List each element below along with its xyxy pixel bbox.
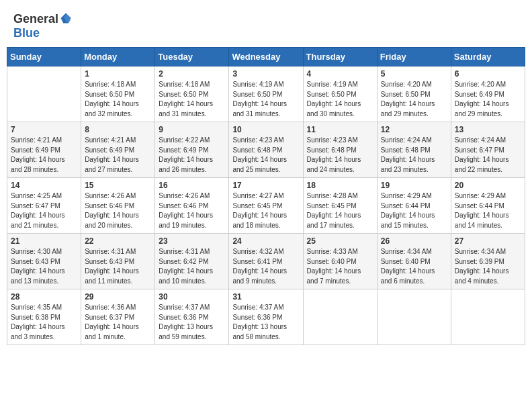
day-number: 16 <box>159 181 225 190</box>
day-number: 3 <box>232 69 299 79</box>
calendar-cell: 10Sunrise: 4:23 AM Sunset: 6:48 PM Dayli… <box>229 122 303 178</box>
calendar-cell: 8Sunrise: 4:21 AM Sunset: 6:49 PM Daylig… <box>81 122 155 178</box>
day-number: 19 <box>381 181 447 190</box>
calendar-cell: 29Sunrise: 4:36 AM Sunset: 6:37 PM Dayli… <box>81 289 155 345</box>
cell-content: Sunrise: 4:34 AM Sunset: 6:40 PM Dayligh… <box>381 247 447 286</box>
day-number: 4 <box>307 69 373 79</box>
cell-content: Sunrise: 4:28 AM Sunset: 6:45 PM Dayligh… <box>307 191 373 230</box>
cell-content: Sunrise: 4:37 AM Sunset: 6:36 PM Dayligh… <box>232 303 299 342</box>
day-number: 26 <box>381 236 447 246</box>
day-number: 2 <box>159 69 225 79</box>
calendar-cell: 1Sunrise: 4:18 AM Sunset: 6:50 PM Daylig… <box>81 66 155 122</box>
calendar-cell: 30Sunrise: 4:37 AM Sunset: 6:36 PM Dayli… <box>155 289 229 345</box>
calendar-cell: 31Sunrise: 4:37 AM Sunset: 6:36 PM Dayli… <box>229 289 303 345</box>
day-number: 8 <box>85 125 151 134</box>
cell-content: Sunrise: 4:25 AM Sunset: 6:47 PM Dayligh… <box>11 191 77 230</box>
day-number: 12 <box>381 125 447 134</box>
day-number: 13 <box>455 125 521 134</box>
calendar-table: SundayMondayTuesdayWednesdayThursdayFrid… <box>7 47 525 345</box>
calendar-cell: 16Sunrise: 4:26 AM Sunset: 6:46 PM Dayli… <box>155 178 229 234</box>
calendar-cell: 11Sunrise: 4:23 AM Sunset: 6:48 PM Dayli… <box>303 122 377 178</box>
calendar-cell: 17Sunrise: 4:27 AM Sunset: 6:45 PM Dayli… <box>229 178 303 234</box>
day-number: 22 <box>85 236 151 246</box>
cell-content: Sunrise: 4:21 AM Sunset: 6:49 PM Dayligh… <box>85 136 151 175</box>
day-number: 20 <box>455 181 521 190</box>
day-number: 31 <box>232 292 299 302</box>
cell-content: Sunrise: 4:24 AM Sunset: 6:48 PM Dayligh… <box>381 136 447 175</box>
day-number: 5 <box>381 69 447 79</box>
day-number: 6 <box>455 69 521 79</box>
cell-content: Sunrise: 4:18 AM Sunset: 6:50 PM Dayligh… <box>159 80 225 119</box>
day-header-saturday: Saturday <box>451 48 525 66</box>
day-number: 21 <box>11 236 77 246</box>
calendar-cell <box>7 66 81 122</box>
cell-content: Sunrise: 4:36 AM Sunset: 6:37 PM Dayligh… <box>85 303 151 342</box>
day-number: 15 <box>85 181 151 190</box>
day-header-wednesday: Wednesday <box>229 48 303 66</box>
cell-content: Sunrise: 4:31 AM Sunset: 6:43 PM Dayligh… <box>85 247 151 286</box>
cell-content: Sunrise: 4:23 AM Sunset: 6:48 PM Dayligh… <box>307 136 373 175</box>
day-header-sunday: Sunday <box>7 48 81 66</box>
calendar-cell: 26Sunrise: 4:34 AM Sunset: 6:40 PM Dayli… <box>377 234 451 289</box>
calendar-cell: 28Sunrise: 4:35 AM Sunset: 6:38 PM Dayli… <box>7 289 81 345</box>
calendar-cell: 23Sunrise: 4:31 AM Sunset: 6:42 PM Dayli… <box>155 234 229 289</box>
cell-content: Sunrise: 4:21 AM Sunset: 6:49 PM Dayligh… <box>11 136 77 175</box>
day-number: 9 <box>159 125 225 134</box>
cell-content: Sunrise: 4:23 AM Sunset: 6:48 PM Dayligh… <box>232 136 299 175</box>
calendar-cell: 2Sunrise: 4:18 AM Sunset: 6:50 PM Daylig… <box>155 66 229 122</box>
day-number: 17 <box>232 181 299 190</box>
cell-content: Sunrise: 4:20 AM Sunset: 6:50 PM Dayligh… <box>381 80 447 119</box>
logo-general-text: General <box>13 12 58 26</box>
cell-content: Sunrise: 4:30 AM Sunset: 6:43 PM Dayligh… <box>11 247 77 286</box>
day-number: 7 <box>11 125 77 134</box>
calendar-cell: 12Sunrise: 4:24 AM Sunset: 6:48 PM Dayli… <box>377 122 451 178</box>
cell-content: Sunrise: 4:29 AM Sunset: 6:44 PM Dayligh… <box>381 191 447 230</box>
cell-content: Sunrise: 4:24 AM Sunset: 6:47 PM Dayligh… <box>455 136 521 175</box>
cell-content: Sunrise: 4:27 AM Sunset: 6:45 PM Dayligh… <box>232 191 299 230</box>
day-number: 27 <box>455 236 521 246</box>
cell-content: Sunrise: 4:35 AM Sunset: 6:38 PM Dayligh… <box>11 303 77 342</box>
day-header-tuesday: Tuesday <box>155 48 229 66</box>
cell-content: Sunrise: 4:37 AM Sunset: 6:36 PM Dayligh… <box>159 303 225 342</box>
day-number: 28 <box>11 292 77 302</box>
day-number: 24 <box>232 236 299 246</box>
cell-content: Sunrise: 4:34 AM Sunset: 6:39 PM Dayligh… <box>455 247 521 286</box>
calendar-cell: 22Sunrise: 4:31 AM Sunset: 6:43 PM Dayli… <box>81 234 155 289</box>
cell-content: Sunrise: 4:31 AM Sunset: 6:42 PM Dayligh… <box>159 247 225 286</box>
day-number: 10 <box>232 125 299 134</box>
cell-content: Sunrise: 4:19 AM Sunset: 6:50 PM Dayligh… <box>307 80 373 119</box>
calendar-cell: 5Sunrise: 4:20 AM Sunset: 6:50 PM Daylig… <box>377 66 451 122</box>
day-number: 23 <box>159 236 225 246</box>
day-number: 11 <box>307 125 373 134</box>
day-header-monday: Monday <box>81 48 155 66</box>
cell-content: Sunrise: 4:26 AM Sunset: 6:46 PM Dayligh… <box>159 191 225 230</box>
calendar-cell: 21Sunrise: 4:30 AM Sunset: 6:43 PM Dayli… <box>7 234 81 289</box>
page-header: General Blue <box>7 7 525 43</box>
day-header-thursday: Thursday <box>303 48 377 66</box>
day-number: 30 <box>159 292 225 302</box>
calendar-cell: 24Sunrise: 4:32 AM Sunset: 6:41 PM Dayli… <box>229 234 303 289</box>
cell-content: Sunrise: 4:20 AM Sunset: 6:49 PM Dayligh… <box>455 80 521 119</box>
cell-content: Sunrise: 4:32 AM Sunset: 6:41 PM Dayligh… <box>232 247 299 286</box>
cell-content: Sunrise: 4:19 AM Sunset: 6:50 PM Dayligh… <box>232 80 299 119</box>
calendar-cell: 15Sunrise: 4:26 AM Sunset: 6:46 PM Dayli… <box>81 178 155 234</box>
calendar-cell: 9Sunrise: 4:22 AM Sunset: 6:49 PM Daylig… <box>155 122 229 178</box>
cell-content: Sunrise: 4:18 AM Sunset: 6:50 PM Dayligh… <box>85 80 151 119</box>
calendar-cell: 27Sunrise: 4:34 AM Sunset: 6:39 PM Dayli… <box>451 234 525 289</box>
day-number: 29 <box>85 292 151 302</box>
calendar-cell: 19Sunrise: 4:29 AM Sunset: 6:44 PM Dayli… <box>377 178 451 234</box>
cell-content: Sunrise: 4:22 AM Sunset: 6:49 PM Dayligh… <box>159 136 225 175</box>
calendar-cell: 4Sunrise: 4:19 AM Sunset: 6:50 PM Daylig… <box>303 66 377 122</box>
calendar-cell <box>303 289 377 345</box>
calendar-cell: 25Sunrise: 4:33 AM Sunset: 6:40 PM Dayli… <box>303 234 377 289</box>
calendar-cell <box>451 289 525 345</box>
calendar-cell: 14Sunrise: 4:25 AM Sunset: 6:47 PM Dayli… <box>7 178 81 234</box>
day-number: 25 <box>307 236 373 246</box>
cell-content: Sunrise: 4:29 AM Sunset: 6:44 PM Dayligh… <box>455 191 521 230</box>
day-number: 18 <box>307 181 373 190</box>
calendar-cell: 7Sunrise: 4:21 AM Sunset: 6:49 PM Daylig… <box>7 122 81 178</box>
logo-icon <box>60 12 72 24</box>
calendar-cell: 3Sunrise: 4:19 AM Sunset: 6:50 PM Daylig… <box>229 66 303 122</box>
calendar-cell <box>377 289 451 345</box>
calendar-cell: 6Sunrise: 4:20 AM Sunset: 6:49 PM Daylig… <box>451 66 525 122</box>
